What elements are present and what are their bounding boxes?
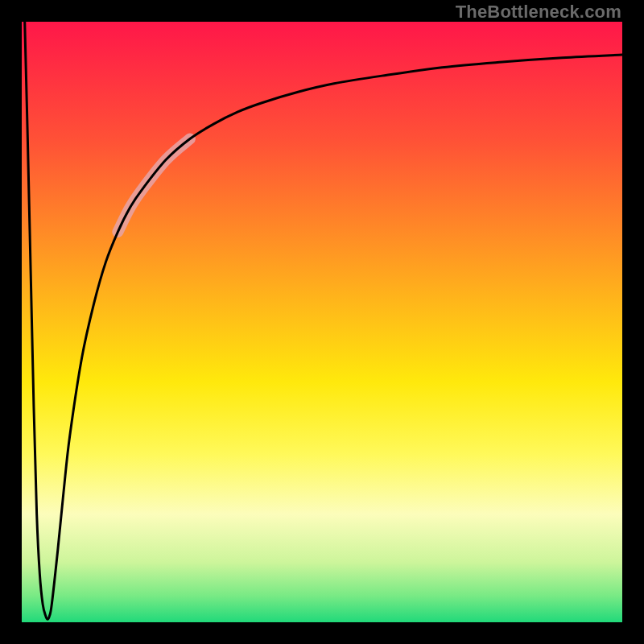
chart-stage: TheBottleneck.com xyxy=(0,0,644,644)
plot-area xyxy=(22,22,622,622)
plot-svg xyxy=(22,22,622,622)
gradient-background xyxy=(22,22,622,622)
watermark: TheBottleneck.com xyxy=(456,2,621,23)
